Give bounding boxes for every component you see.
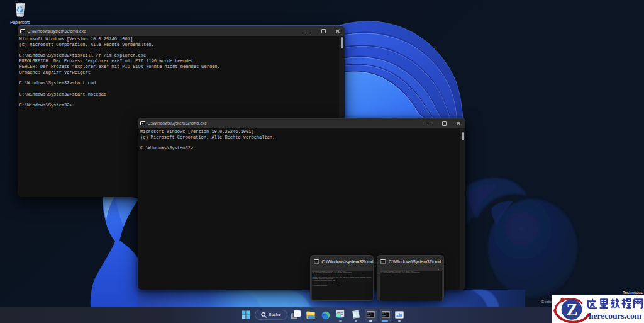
svg-text:Z: Z [566,300,577,319]
svg-text:C:\_: C:\_ [382,312,387,315]
svg-text:C:\: C:\ [314,261,318,263]
svg-text:C:\: C:\ [381,261,384,263]
svg-text:C:\_: C:\_ [367,312,372,315]
svg-text:herecours.com: herecours.com [589,311,642,320]
